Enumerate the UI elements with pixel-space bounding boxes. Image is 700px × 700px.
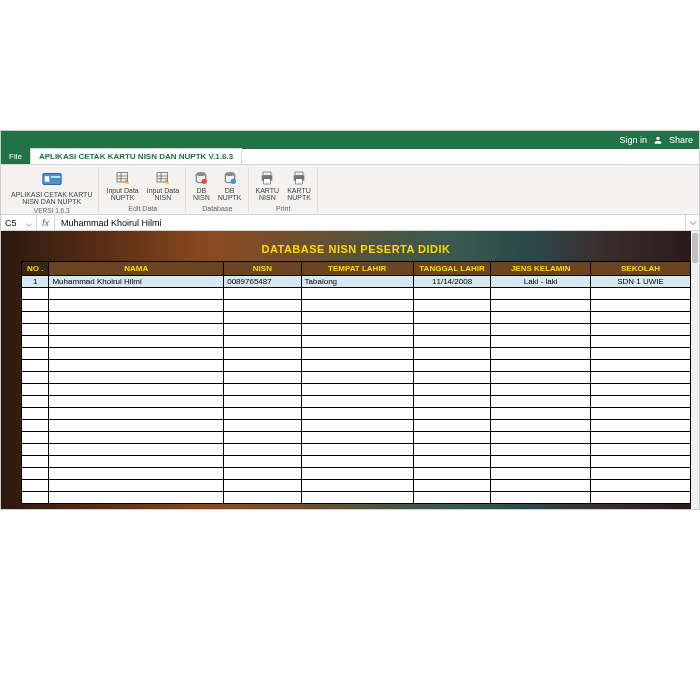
cell-tempat[interactable]: Tabalong (301, 276, 413, 288)
empty-cell[interactable] (224, 312, 301, 324)
name-box[interactable]: C5 (1, 215, 37, 230)
empty-cell[interactable] (49, 336, 224, 348)
empty-cell[interactable] (413, 384, 490, 396)
empty-cell[interactable] (591, 324, 691, 336)
share-button[interactable]: Share (669, 135, 693, 145)
empty-cell[interactable] (301, 396, 413, 408)
empty-cell[interactable] (224, 492, 301, 504)
empty-cell[interactable] (22, 396, 49, 408)
table-row[interactable] (22, 312, 691, 324)
empty-cell[interactable] (301, 336, 413, 348)
signin-link[interactable]: Sign in (619, 135, 647, 145)
table-row[interactable] (22, 480, 691, 492)
empty-cell[interactable] (301, 300, 413, 312)
empty-cell[interactable] (22, 312, 49, 324)
cell-tanggal[interactable]: 11/14/2008 (413, 276, 490, 288)
empty-cell[interactable] (301, 480, 413, 492)
empty-cell[interactable] (491, 372, 591, 384)
empty-cell[interactable] (22, 360, 49, 372)
empty-cell[interactable] (491, 456, 591, 468)
table-row[interactable] (22, 336, 691, 348)
empty-cell[interactable] (413, 420, 490, 432)
empty-cell[interactable] (413, 360, 490, 372)
empty-cell[interactable] (22, 432, 49, 444)
empty-cell[interactable] (591, 288, 691, 300)
empty-cell[interactable] (301, 456, 413, 468)
worksheet-area[interactable]: DATABASE NISN PESERTA DIDIK NO . NAMA NI… (1, 231, 699, 509)
empty-cell[interactable] (49, 288, 224, 300)
empty-cell[interactable] (49, 468, 224, 480)
empty-cell[interactable] (224, 372, 301, 384)
empty-cell[interactable] (491, 408, 591, 420)
kartu-nuptk-button[interactable]: KARTU NUPTK (285, 169, 313, 202)
empty-cell[interactable] (591, 420, 691, 432)
empty-cell[interactable] (49, 348, 224, 360)
empty-cell[interactable] (224, 468, 301, 480)
empty-cell[interactable] (491, 324, 591, 336)
empty-cell[interactable] (591, 348, 691, 360)
empty-cell[interactable] (491, 468, 591, 480)
expand-formula-icon[interactable] (685, 215, 699, 230)
empty-cell[interactable] (224, 396, 301, 408)
empty-cell[interactable] (591, 300, 691, 312)
formula-input[interactable]: Muhammad Khoirul Hilmi (55, 215, 685, 230)
vertical-scrollbar[interactable] (691, 231, 699, 509)
table-row[interactable] (22, 396, 691, 408)
empty-cell[interactable] (591, 408, 691, 420)
table-row[interactable]: 1Muhammad Khoirul Hilmi0089765487Tabalon… (22, 276, 691, 288)
empty-cell[interactable] (413, 300, 490, 312)
empty-cell[interactable] (491, 396, 591, 408)
empty-cell[interactable] (49, 456, 224, 468)
empty-cell[interactable] (224, 288, 301, 300)
input-nisn-button[interactable]: Input Data NISN (145, 169, 181, 202)
empty-cell[interactable] (591, 444, 691, 456)
empty-cell[interactable] (301, 288, 413, 300)
empty-cell[interactable] (591, 384, 691, 396)
empty-cell[interactable] (49, 324, 224, 336)
empty-cell[interactable] (49, 360, 224, 372)
empty-cell[interactable] (22, 348, 49, 360)
empty-cell[interactable] (413, 288, 490, 300)
empty-cell[interactable] (224, 300, 301, 312)
cell-jenis[interactable]: Laki - laki (491, 276, 591, 288)
empty-cell[interactable] (591, 480, 691, 492)
scrollbar-thumb[interactable] (692, 233, 698, 263)
empty-cell[interactable] (413, 456, 490, 468)
empty-cell[interactable] (301, 348, 413, 360)
empty-cell[interactable] (22, 372, 49, 384)
empty-cell[interactable] (413, 492, 490, 504)
empty-cell[interactable] (591, 432, 691, 444)
db-nuptk-button[interactable]: DB NUPTK (216, 169, 244, 202)
empty-cell[interactable] (49, 384, 224, 396)
empty-cell[interactable] (413, 348, 490, 360)
empty-cell[interactable] (491, 432, 591, 444)
empty-cell[interactable] (49, 372, 224, 384)
empty-cell[interactable] (22, 300, 49, 312)
empty-cell[interactable] (591, 468, 691, 480)
empty-cell[interactable] (491, 480, 591, 492)
app-main-button[interactable]: APLIKASI CETAK KARTU NISN DAN NUPTK (9, 167, 94, 206)
empty-cell[interactable] (22, 408, 49, 420)
empty-cell[interactable] (413, 408, 490, 420)
empty-cell[interactable] (491, 312, 591, 324)
empty-cell[interactable] (491, 300, 591, 312)
empty-cell[interactable] (22, 324, 49, 336)
empty-cell[interactable] (22, 480, 49, 492)
table-row[interactable] (22, 300, 691, 312)
empty-cell[interactable] (49, 396, 224, 408)
empty-cell[interactable] (591, 360, 691, 372)
empty-cell[interactable] (301, 384, 413, 396)
empty-cell[interactable] (491, 336, 591, 348)
empty-cell[interactable] (22, 420, 49, 432)
empty-cell[interactable] (413, 480, 490, 492)
empty-cell[interactable] (301, 312, 413, 324)
empty-cell[interactable] (591, 372, 691, 384)
empty-cell[interactable] (49, 432, 224, 444)
empty-cell[interactable] (301, 408, 413, 420)
empty-cell[interactable] (49, 420, 224, 432)
cell-no[interactable]: 1 (22, 276, 49, 288)
table-row[interactable] (22, 420, 691, 432)
cell-nama[interactable]: Muhammad Khoirul Hilmi (49, 276, 224, 288)
empty-cell[interactable] (301, 372, 413, 384)
empty-cell[interactable] (413, 324, 490, 336)
